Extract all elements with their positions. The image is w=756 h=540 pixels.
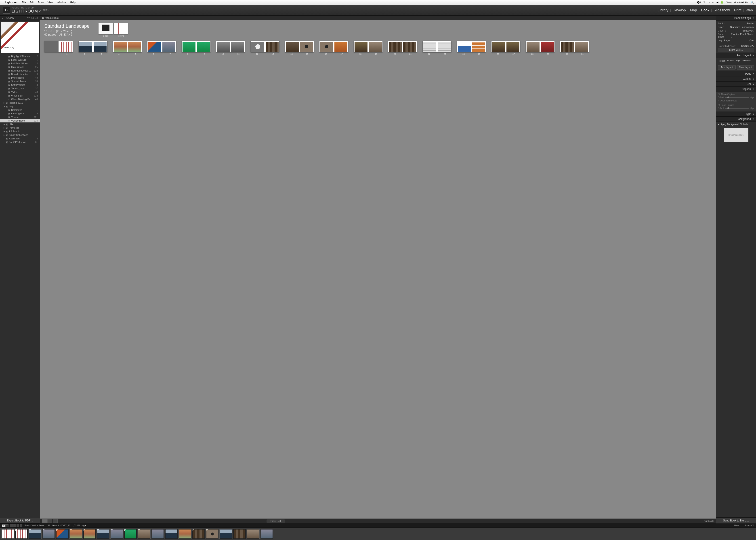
filmstrip-view-icon[interactable] <box>13 524 16 527</box>
collection-row[interactable]: ▣For GPS Import61 <box>0 140 40 144</box>
auto-layout-preset[interactable]: Preset:Left Blank, Right One Photo,… <box>718 59 754 65</box>
view-spread[interactable] <box>47 519 52 523</box>
spread[interactable]: 2425 <box>457 41 486 55</box>
page-caption-checkbox[interactable]: ☐Page Caption <box>718 104 754 106</box>
collection-row[interactable]: ▣Local WB/NR1 <box>0 58 40 62</box>
photo-caption-checkbox[interactable]: ☐Photo Caption <box>718 93 754 96</box>
adobe-icon[interactable]: 🅐 2 <box>697 1 701 4</box>
collection-row[interactable]: ▣Venice121 <box>0 115 40 119</box>
collection-row[interactable]: ▶▣LR4 <box>0 122 40 126</box>
book-logo-row[interactable]: Logo Page:On <box>718 39 754 42</box>
view-multipage[interactable] <box>42 519 47 523</box>
spread[interactable]: 3031 <box>560 41 589 55</box>
filmstrip-thumb[interactable] <box>219 529 232 539</box>
menu-app[interactable]: Lightroom <box>5 1 18 4</box>
filmstrip-breadcrumb[interactable]: Book : Venice Book 123 photos / JKOST_20… <box>25 524 86 527</box>
auto-layout-header[interactable]: Auto Layout▼ <box>716 53 756 58</box>
filters-off[interactable]: Filters Off <box>745 524 754 527</box>
monitor-1[interactable]: 1 <box>2 524 5 527</box>
zoom-fit[interactable]: FIT <box>27 17 30 19</box>
collection-row[interactable]: ▣Dolomites1 <box>0 108 40 112</box>
zoom-1-1[interactable]: 1:1 <box>31 17 34 19</box>
spread[interactable]: 2829 <box>526 41 555 55</box>
menu-file[interactable]: File <box>22 1 26 4</box>
wifi-icon[interactable]: ⚠ <box>712 1 714 4</box>
menu-view[interactable]: View <box>48 1 54 4</box>
caption-panel-header[interactable]: Caption▼ <box>716 87 756 92</box>
filmstrip-thumb[interactable]: 1 <box>15 529 28 539</box>
module-book[interactable]: Book <box>701 8 709 12</box>
align-with-photo-checkbox[interactable]: ✔Align With Photo <box>718 99 754 102</box>
collection-row[interactable]: ▶▣Iceland 2010 <box>0 101 40 104</box>
collection-row[interactable]: ▣What is LR122 <box>0 94 40 97</box>
module-print[interactable]: Print <box>734 8 741 12</box>
filmstrip-thumb[interactable] <box>151 529 164 539</box>
filmstrip-thumb[interactable]: 1 <box>83 529 96 539</box>
filmstrip-thumb[interactable]: 1 <box>69 529 82 539</box>
menu-edit[interactable]: Edit <box>30 1 34 4</box>
filmstrip-thumb[interactable]: 1 <box>192 529 205 539</box>
filmstrip-view-icon[interactable] <box>20 524 22 527</box>
filmstrip-thumb[interactable]: 1 <box>206 529 219 539</box>
filmstrip-thumb[interactable] <box>179 529 191 539</box>
collection-row[interactable]: ▶▣Portfolios <box>0 126 40 130</box>
filmstrip-thumb[interactable]: 1 <box>124 529 137 539</box>
clear-layout-button[interactable]: Clear Layout <box>737 65 754 69</box>
module-develop[interactable]: Develop <box>673 8 686 12</box>
collection-row[interactable]: ▣Tourist_day37 <box>0 87 40 90</box>
volume-icon[interactable]: ◀ <box>716 1 718 4</box>
book-settings-header[interactable]: Book Settings▼ <box>716 16 756 21</box>
filmstrip-thumb[interactable] <box>1 529 14 539</box>
filmstrip-view-icon[interactable] <box>10 524 13 527</box>
module-library[interactable]: Library <box>658 8 669 12</box>
filmstrip-thumb[interactable]: 1 <box>97 529 110 539</box>
background-drop-area[interactable]: Drop Photo Here <box>724 128 748 142</box>
book-vendor-row[interactable]: Book :Blurb <box>718 22 754 25</box>
filmstrip-thumb[interactable]: 1 <box>138 529 151 539</box>
collection-row[interactable]: ▣Highlight/Shadow2 <box>0 55 40 58</box>
menu-book[interactable]: Book <box>38 1 44 4</box>
collection-row[interactable]: ▭Glass Blowing Ex…49 <box>0 97 40 101</box>
spread[interactable]: 2021 <box>388 41 417 55</box>
spread[interactable]: 45 <box>113 41 142 55</box>
collection-row[interactable]: ▣Muir Woods25 <box>0 65 40 69</box>
filmstrip-thumb[interactable] <box>260 529 273 539</box>
apply-bg-globally[interactable]: ✔Apply Background Globally <box>716 122 756 127</box>
spread[interactable]: 1819 <box>354 41 382 55</box>
menu-help[interactable]: Help <box>70 1 75 4</box>
filmstrip-view-icon[interactable] <box>17 524 19 527</box>
learn-more-button[interactable]: Learn More… <box>718 48 754 52</box>
filter-label[interactable]: Filter : <box>734 524 740 527</box>
spread[interactable]: 1617 <box>319 41 348 55</box>
filmstrip-thumb[interactable]: 1 <box>42 529 55 539</box>
filmstrip-thumb[interactable]: 1 <box>56 529 69 539</box>
module-web[interactable]: Web <box>745 8 753 12</box>
preview-header[interactable]: ▼Preview FIT 1:1 4:1 <box>0 16 40 21</box>
monitor-2[interactable]: 2 <box>5 524 9 527</box>
collection-row[interactable]: ▼▣Italy <box>0 104 40 108</box>
spread[interactable]: 1415 <box>285 41 314 55</box>
spread[interactable]: 2627 <box>491 41 520 55</box>
page-caption-offset[interactable]: Offset0 pt <box>718 107 754 109</box>
guides-panel-header[interactable]: Guides◀ <box>716 76 756 81</box>
type-panel-header[interactable]: Type◀ <box>716 111 756 117</box>
page-panel-header[interactable]: Page◀ <box>716 71 756 76</box>
filmstrip-thumb[interactable] <box>247 529 260 539</box>
collection-row[interactable]: ▶▣PS Touch <box>0 130 40 133</box>
spread[interactable]: 2223 <box>423 41 451 55</box>
module-map[interactable]: Map <box>690 8 697 12</box>
menu-window[interactable]: Window <box>57 1 66 4</box>
collection-row[interactable]: ▣Photo Book49 <box>0 76 40 79</box>
collection-row[interactable]: ▣Non-destructive…3 <box>0 72 40 76</box>
send-to-blurb-button[interactable]: Send Book to Blurb… <box>716 517 756 523</box>
spread[interactable]: 23 <box>79 41 107 55</box>
zoom-4-1[interactable]: 4:1 <box>35 17 38 19</box>
spotlight-icon[interactable]: 🔍 <box>751 1 754 4</box>
battery-icon[interactable]: 🔋(100%) <box>720 1 731 4</box>
book-paper-row[interactable]: Paper Type:ProLine Pearl Photo <box>718 32 754 39</box>
spread[interactable]: 89 <box>182 41 210 55</box>
display-icon[interactable]: ▭ <box>707 1 710 4</box>
collection-row[interactable]: ▶▣Smart Collections <box>0 133 40 137</box>
dropbox-icon[interactable]: ⇅ <box>703 1 705 4</box>
book-cover-row[interactable]: Cover :Softcover <box>718 29 754 32</box>
